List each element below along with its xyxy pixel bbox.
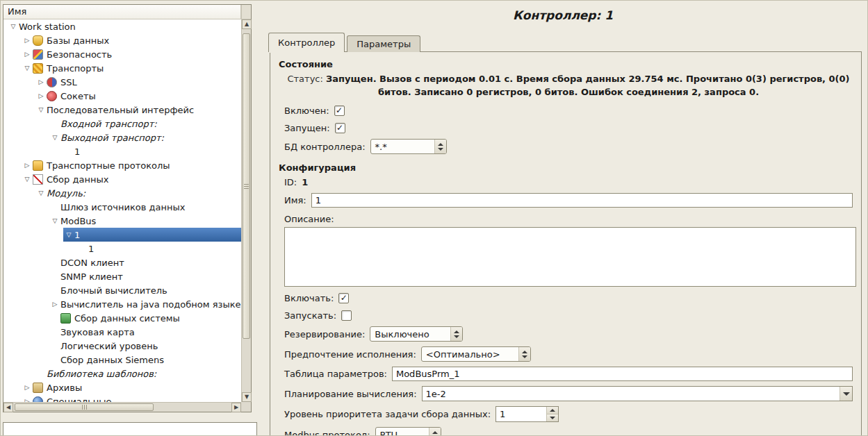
tree-item[interactable]: ▽1 (3, 228, 241, 242)
tree-item-inner[interactable]: ▷Архивы (22, 380, 241, 394)
tree-item[interactable]: SNMP клиент (3, 269, 241, 283)
preference-select[interactable]: <Оптимально> (421, 346, 531, 362)
tree-item-inner[interactable]: ▽Последовательный интерфейс (35, 103, 241, 117)
expander-closed-icon[interactable]: ▷ (35, 78, 47, 85)
tree-item[interactable]: Блочный вычислитель (3, 283, 241, 297)
tree-item[interactable]: Входной транспорт: (3, 117, 241, 131)
tree-item-inner[interactable]: ▷Сокеты (35, 89, 241, 103)
tree-item-inner[interactable]: Блочный вычислитель (49, 283, 241, 297)
tree-item[interactable]: ▷SSL (3, 75, 241, 89)
tree-item-inner[interactable]: 1 (77, 242, 241, 255)
tree-item[interactable]: 1 (3, 242, 241, 255)
spinner-arrows-icon[interactable] (546, 407, 558, 421)
tree-item-inner[interactable]: ▽Сбор данных (22, 172, 241, 186)
tree-item-inner[interactable]: DCON клиент (49, 255, 241, 269)
tree-item-inner[interactable]: Звуковая карта (49, 325, 241, 339)
tree-item-inner[interactable]: ▽Выходной транспорт: (49, 131, 241, 144)
tree-item-inner[interactable]: Логический уровень (49, 339, 241, 353)
tree-horizontal-scrollbar[interactable]: ◀ ▶ (3, 402, 241, 412)
tree-item[interactable]: Звуковая карта (3, 325, 241, 339)
expander-closed-icon[interactable]: ▷ (22, 37, 33, 44)
description-textarea[interactable] (284, 227, 856, 287)
tree-item-inner[interactable]: Входной транспорт: (49, 117, 241, 131)
expander-closed-icon[interactable]: ▷ (22, 162, 33, 169)
tree-item-inner[interactable]: SNMP клиент (49, 269, 241, 283)
tree-item[interactable]: Библиотека шаблонов: (3, 367, 241, 380)
tree-item[interactable]: Сбор данных системы (3, 311, 241, 325)
schedule-combobox[interactable] (422, 386, 853, 401)
tree-item[interactable]: Шлюз источников данных (3, 200, 241, 214)
tree-item-inner[interactable]: ▷Специальные (22, 394, 241, 402)
expander-open-icon[interactable]: ▽ (63, 231, 74, 238)
name-input[interactable] (311, 193, 853, 208)
tab-controller[interactable]: Контроллер (268, 33, 345, 52)
tree-item[interactable]: ▷Безопасность (3, 47, 241, 61)
running-checkbox[interactable]: ✓ (335, 123, 345, 133)
tree-item[interactable]: ▷Транспортные протоколы (3, 158, 241, 172)
controller-db-select[interactable]: *.* (370, 139, 447, 154)
tree-item[interactable]: ▽Сбор данных (3, 172, 241, 186)
tree-item[interactable]: ▷Сокеты (3, 89, 241, 103)
tree-item-inner[interactable]: 1 (63, 144, 241, 158)
tree-item-inner[interactable]: ▷Безопасность (22, 47, 241, 61)
scroll-left-icon[interactable]: ◀ (3, 403, 13, 412)
tree-item[interactable]: Логический уровень (3, 339, 241, 353)
bottom-panel[interactable] (3, 422, 257, 436)
tree-item-inner[interactable]: Сбор данных Siemens (49, 353, 241, 367)
tree-item-inner[interactable]: ▷Базы данных (22, 33, 241, 47)
expander-closed-icon[interactable]: ▷ (22, 384, 33, 391)
to-enable-checkbox[interactable]: ✓ (338, 293, 349, 303)
tree-item[interactable]: ▽Work station (3, 19, 241, 33)
tree-item[interactable]: ▽ModBus (3, 214, 241, 228)
expander-open-icon[interactable]: ▽ (8, 23, 19, 30)
tree-item[interactable]: ▷Специальные (3, 394, 241, 402)
tree-item[interactable]: ▷Архивы (3, 380, 241, 394)
tree-item[interactable]: 1 (3, 144, 241, 158)
tree-item-inner[interactable]: ▷Транспортные протоколы (22, 158, 241, 172)
tree-item[interactable]: ▽Последовательный интерфейс (3, 103, 241, 117)
expander-closed-icon[interactable]: ▷ (35, 92, 47, 99)
tree-item-inner[interactable]: Библиотека шаблонов: (35, 367, 241, 380)
tree-item-inner[interactable]: ▽1 (63, 228, 241, 242)
tree-item[interactable]: ▷Базы данных (3, 33, 241, 47)
spin-up-icon[interactable] (547, 407, 558, 414)
param-table-input[interactable] (392, 367, 853, 381)
schedule-input[interactable] (423, 387, 840, 401)
tree-item-inner[interactable]: ▽Транспорты (22, 61, 241, 75)
spin-down-icon[interactable] (547, 414, 558, 421)
tree-item[interactable]: ▽Транспорты (3, 61, 241, 75)
scroll-up-icon[interactable]: ▲ (242, 19, 252, 29)
expander-open-icon[interactable]: ▽ (22, 176, 33, 183)
priority-spinbox[interactable] (496, 406, 559, 422)
tree-viewport[interactable]: ▽Work station▷Базы данных▷Безопасность▽Т… (3, 19, 241, 402)
tree-item[interactable]: DCON клиент (3, 255, 241, 269)
redundancy-select[interactable]: Выключено (370, 326, 463, 342)
horizontal-scroll-thumb[interactable] (15, 403, 154, 411)
tree-item-inner[interactable]: ▷SSL (35, 75, 241, 89)
expander-open-icon[interactable]: ▽ (49, 134, 60, 141)
chevron-down-icon[interactable] (840, 387, 852, 401)
tree-item-inner[interactable]: ▽Модуль: (35, 186, 241, 200)
expander-open-icon[interactable]: ▽ (35, 190, 47, 196)
tree-item[interactable]: Сбор данных Siemens (3, 353, 241, 367)
tree-item-inner[interactable]: ▷Вычислитель на java подобном языке (49, 297, 241, 311)
expander-closed-icon[interactable]: ▷ (22, 51, 33, 58)
tree-item-inner[interactable]: ▽ModBus (49, 214, 241, 228)
tree-item-inner[interactable]: Шлюз источников данных (49, 200, 241, 214)
tree-item-inner[interactable]: ▽Work station (8, 19, 241, 33)
scroll-right-icon[interactable]: ▶ (231, 403, 241, 412)
vertical-scroll-thumb[interactable] (243, 33, 250, 339)
tree-item[interactable]: ▷Вычислитель на java подобном языке (3, 297, 241, 311)
tab-parameters[interactable]: Параметры (347, 35, 420, 52)
expander-open-icon[interactable]: ▽ (22, 65, 33, 72)
tree-vertical-scrollbar[interactable]: ▲ ▼ (241, 19, 251, 402)
enabled-checkbox[interactable]: ✓ (334, 106, 345, 116)
tree-item[interactable]: ▽Выходной транспорт: (3, 131, 241, 144)
protocol-select[interactable]: RTU (375, 427, 441, 436)
scroll-down-icon[interactable]: ▼ (242, 392, 252, 402)
expander-closed-icon[interactable]: ▷ (49, 301, 60, 308)
priority-input[interactable] (496, 407, 546, 421)
to-start-checkbox[interactable] (341, 310, 352, 321)
tree-item-inner[interactable]: Сбор данных системы (49, 311, 241, 325)
expander-open-icon[interactable]: ▽ (49, 217, 60, 224)
